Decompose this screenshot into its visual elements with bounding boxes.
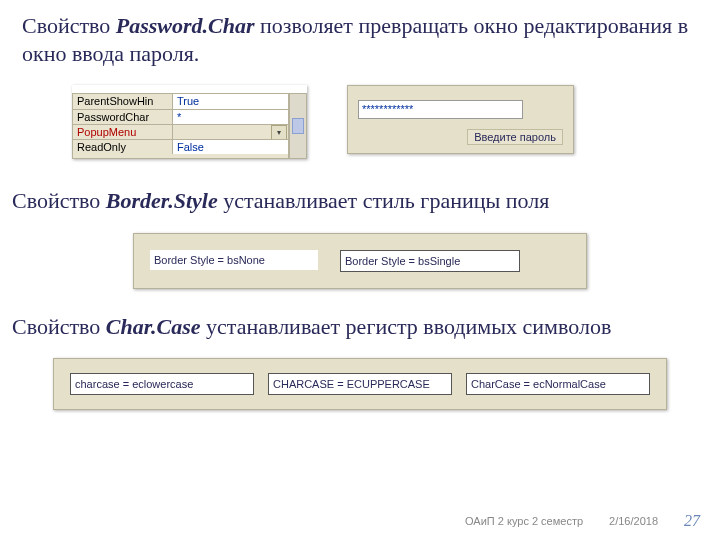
borderstyle-single-field[interactable]: Border Style = bsSingle [340,250,520,272]
borderstyle-none-field[interactable]: Border Style = bsNone [150,250,318,270]
para2-prop: Border.Style [106,188,218,213]
pg-name: PasswordChar [73,109,173,124]
para2-post: устанавливает стиль границы поля [218,188,550,213]
pg-value[interactable]: True [173,94,288,109]
pg-row-passwordchar: PasswordChar * [73,109,288,124]
para1-prop: Password.Char [116,13,255,38]
para3-pre: Свойство [12,314,106,339]
para-passwordchar: Свойство Password.Char позволяет превращ… [22,12,698,67]
password-input[interactable]: ************ [358,100,523,119]
para2-pre: Свойство [12,188,106,213]
charcase-demo-panel: charcase = eclowercase CHARCASE = ECUPPE… [53,358,667,410]
footer-date: 2/16/2018 [609,515,658,527]
pg-row-readonly: ReadOnly False [73,139,288,154]
para-borderstyle: Свойство Border.Style устанавливает стил… [12,187,698,215]
para1-pre: Свойство [22,13,116,38]
pg-row-parentshowhint: ParentShowHin True [73,94,288,109]
pg-name: ParentShowHin [73,94,173,109]
para3-prop: Char.Case [106,314,201,339]
scrollbar-icon[interactable] [289,93,307,159]
borderstyle-demo-panel: Border Style = bsNone Border Style = bsS… [133,233,587,289]
footer-course: ОАиП 2 курс 2 семестр [465,515,583,527]
password-demo-panel: ************ Введите пароль [347,85,574,154]
pg-name: ReadOnly [73,139,173,154]
charcase-upper-field[interactable]: CHARCASE = ECUPPERCASE [268,373,452,395]
pg-value-selected[interactable]: ▾ [173,124,288,139]
pg-value[interactable]: False [173,139,288,154]
footer-page-number: 27 [684,512,700,530]
para-charcase: Свойство Char.Case устанавливает регистр… [12,313,698,341]
para3-post: устанавливает регистр вводимых символов [201,314,612,339]
dropdown-icon[interactable]: ▾ [271,125,287,140]
object-inspector-grid[interactable]: ParentShowHin True PasswordChar * PopupM… [72,93,289,159]
pg-value[interactable]: * [173,109,288,124]
password-hint-label: Введите пароль [467,129,563,145]
pg-name: PopupMenu [73,124,173,139]
charcase-normal-field[interactable]: CharCase = ecNormalCase [466,373,650,395]
charcase-lower-field[interactable]: charcase = eclowercase [70,373,254,395]
pg-row-popupmenu: PopupMenu ▾ [73,124,288,139]
slide-footer: ОАиП 2 курс 2 семестр 2/16/2018 27 [465,512,700,530]
